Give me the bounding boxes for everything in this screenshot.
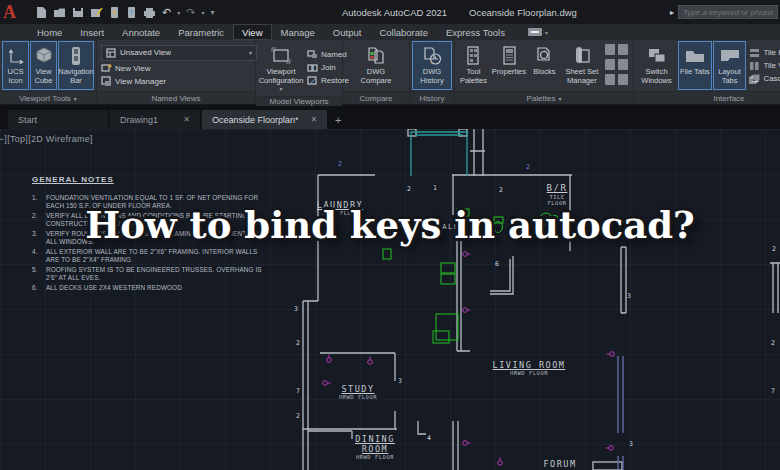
chevron-down-icon: ▾ — [74, 95, 77, 102]
tab-output[interactable]: Output — [324, 24, 371, 40]
note-item: 5.ROOFING SYSTEM IS TO BE ENGINEERED TRU… — [32, 266, 272, 283]
search-expand-icon[interactable]: ▸ — [670, 8, 674, 17]
window-tag: 3 — [629, 440, 633, 448]
tool-palettes-button[interactable]: Tool Palettes — [457, 41, 490, 90]
named-viewports-icon — [307, 50, 318, 60]
palette-mini-icon[interactable] — [618, 59, 628, 70]
autocad-logo[interactable]: A — [0, 0, 27, 24]
window-tag: 3 — [398, 377, 402, 385]
tab-home[interactable]: Home — [28, 24, 71, 40]
window-tag: 2 — [296, 412, 300, 420]
room-label-study: STUDYHRWD FLOOR — [326, 384, 390, 401]
view-manager-button[interactable]: View Manager — [101, 76, 257, 87]
close-icon[interactable]: ✕ — [311, 115, 318, 124]
panel-label-compare: Compare — [343, 91, 409, 104]
view-cube-button[interactable]: View Cube — [30, 41, 57, 90]
window-tag: 7 — [296, 387, 300, 395]
ribbon-tab-bar: Home Insert Annotate Parametric View Man… — [0, 24, 780, 40]
tile-vertically-button[interactable]: Tile Vertically — [749, 61, 780, 71]
dwg-history-icon — [422, 45, 442, 67]
chevron-down-icon: ▾ — [558, 95, 561, 102]
palette-mini-icon[interactable] — [618, 44, 628, 55]
viewport-configuration-button[interactable]: Viewport Configuration ▾ — [258, 41, 304, 95]
panel-label-history: History — [410, 91, 454, 104]
file-tab-drawing1[interactable]: Drawing1 ✕ — [110, 110, 200, 129]
navigation-bar-icon — [66, 45, 86, 67]
window-tag: 3 — [627, 292, 631, 300]
chevron-down-icon: ▾ — [280, 86, 283, 92]
new-file-icon[interactable] — [35, 5, 47, 20]
join-icon — [307, 63, 318, 73]
dwg-compare-icon — [366, 45, 386, 67]
close-icon[interactable]: ✕ — [183, 115, 190, 124]
blocks-button[interactable]: Blocks — [528, 41, 561, 90]
file-tab-start[interactable]: Start — [8, 110, 108, 129]
panel-label-palettes[interactable]: Palettes▾ — [455, 91, 633, 104]
new-view-button[interactable]: New View — [101, 63, 257, 74]
search-box: ▸ — [670, 5, 778, 19]
tile-horizontally-icon — [749, 48, 760, 58]
open-from-mobile-icon[interactable] — [126, 5, 137, 20]
properties-button[interactable]: Properties — [491, 41, 527, 90]
drawing-canvas[interactable]: [−][Top][2D Wireframe] — [0, 129, 780, 470]
thumbnail-title: How to bind keys in autocad? — [85, 203, 695, 247]
window-tag: 2 — [338, 160, 342, 168]
plot-icon[interactable] — [143, 5, 156, 20]
palette-mini-icon[interactable] — [605, 59, 615, 70]
palette-mini-icon[interactable] — [618, 74, 628, 85]
palette-mini-buttons[interactable] — [603, 41, 631, 90]
window-title: Autodesk AutoCAD 2021 Oceanside Floorpla… — [342, 7, 577, 18]
tab-collaborate[interactable]: Collaborate — [370, 24, 437, 40]
cube-icon — [34, 45, 54, 67]
tile-horizontally-button[interactable]: Tile Horizontally — [749, 48, 780, 58]
tool-palettes-icon — [464, 45, 482, 67]
new-tab-button[interactable]: + — [329, 110, 347, 129]
ribbon-options-button[interactable]: ▾ — [528, 24, 548, 40]
properties-icon — [500, 45, 518, 67]
tab-insert[interactable]: Insert — [71, 24, 113, 40]
tab-parametric[interactable]: Parametric — [169, 24, 233, 40]
search-input[interactable] — [678, 5, 778, 19]
title-bar: A ↶▾ ↷▾ ▾ Autodesk AutoCAD 2021 Oceansid… — [0, 0, 780, 24]
restore-icon — [307, 76, 318, 86]
file-tab-oceanside-floorplan[interactable]: Oceanside Floorplan* ✕ — [202, 110, 327, 129]
palette-mini-icon[interactable] — [605, 44, 615, 55]
save-icon[interactable] — [72, 5, 84, 20]
open-file-icon[interactable] — [53, 5, 66, 20]
window-tag: 2 — [407, 185, 411, 193]
dwg-compare-button[interactable]: DWG Compare — [355, 41, 397, 90]
panel-palettes: Tool Palettes Properties Blocks Sheet Se… — [455, 40, 634, 104]
redo-dropdown-icon[interactable]: ▾ — [201, 9, 204, 16]
palette-mini-icon[interactable] — [605, 74, 615, 85]
customize-quick-access-icon[interactable]: ▾ — [210, 8, 214, 17]
chevron-down-icon: ▾ — [249, 49, 252, 56]
tab-manage[interactable]: Manage — [272, 24, 324, 40]
quick-access-toolbar: ↶▾ ↷▾ ▾ — [35, 5, 214, 20]
view-dropdown[interactable]: Unsaved View ▾ — [101, 45, 257, 61]
undo-icon[interactable]: ↶ — [162, 5, 171, 20]
sheet-set-manager-button[interactable]: Sheet Set Manager — [562, 41, 602, 90]
redo-icon[interactable]: ↷ — [186, 5, 195, 20]
save-to-mobile-icon[interactable] — [109, 5, 120, 20]
panel-label-viewport-tools[interactable]: Viewport Tools▾ — [0, 91, 96, 104]
dwg-history-button[interactable]: DWG History — [412, 41, 452, 90]
ribbon-state-icon — [528, 28, 542, 36]
layout-tabs-button[interactable]: Layout Tabs — [713, 41, 747, 90]
panel-history: DWG History History — [410, 40, 455, 104]
switch-windows-button[interactable]: Switch Windows — [636, 41, 677, 90]
app-title: Autodesk AutoCAD 2021 — [342, 7, 447, 18]
new-view-icon — [101, 63, 112, 74]
save-as-icon[interactable] — [90, 5, 103, 20]
cascade-button[interactable]: Cascade — [749, 74, 780, 84]
navigation-bar-button[interactable]: Navigation Bar — [58, 41, 94, 90]
general-notes-heading: GENERAL NOTES — [32, 175, 272, 184]
panel-label-interface: Interface — [634, 91, 780, 104]
ucs-icon-button[interactable]: UCS Icon — [2, 41, 29, 90]
file-tabs-button[interactable]: File Tabs — [678, 41, 712, 90]
tab-express-tools[interactable]: Express Tools — [437, 24, 514, 40]
tab-annotate[interactable]: Annotate — [113, 24, 169, 40]
window-tag: 2 — [772, 245, 776, 253]
tab-view[interactable]: View — [233, 24, 271, 40]
undo-dropdown-icon[interactable]: ▾ — [177, 9, 180, 16]
window-tag: 2 — [526, 163, 530, 171]
